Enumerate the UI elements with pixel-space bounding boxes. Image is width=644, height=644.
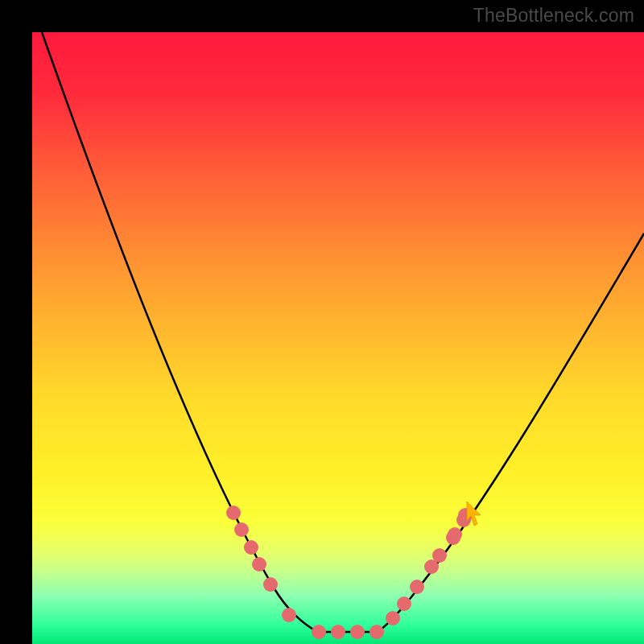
bead bbox=[448, 527, 462, 542]
bead bbox=[386, 611, 400, 625]
chart-area bbox=[32, 32, 644, 644]
curve-beads bbox=[226, 506, 473, 639]
bead bbox=[397, 597, 411, 611]
bead bbox=[234, 522, 249, 537]
bead bbox=[369, 625, 384, 639]
bead bbox=[226, 506, 241, 520]
bead bbox=[432, 548, 447, 563]
bead bbox=[244, 540, 258, 555]
bead bbox=[252, 557, 266, 572]
chart-svg bbox=[32, 32, 644, 644]
left-curve bbox=[42, 32, 318, 632]
bead bbox=[282, 608, 296, 622]
bead bbox=[263, 577, 278, 592]
bead bbox=[331, 625, 345, 639]
right-curve bbox=[378, 233, 644, 632]
bead bbox=[312, 625, 326, 639]
bead bbox=[410, 580, 424, 594]
watermark-text: TheBottleneck.com bbox=[473, 5, 634, 27]
bead bbox=[350, 625, 365, 639]
